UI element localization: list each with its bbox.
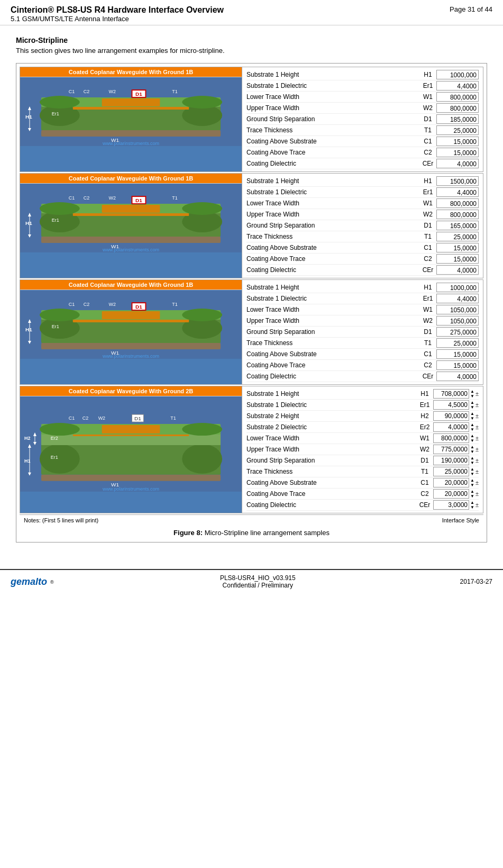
param-arrows[interactable]: ▲ ▼ [470, 467, 474, 476]
param-input[interactable] [433, 400, 469, 410]
param-row: Trace Thickness T1 25,0000 [246, 231, 479, 242]
arrow-down[interactable]: ▼ [470, 460, 474, 465]
param-input[interactable] [433, 489, 469, 499]
param-input[interactable] [433, 433, 469, 443]
arrow-up[interactable]: ▲ [470, 489, 474, 494]
svg-text:Er1: Er1 [52, 111, 59, 116]
diagram-area-1: Coated Coplanar Waveguide With Ground 1B [20, 174, 242, 278]
param-symbol: H2 [416, 412, 433, 420]
param-symbol: C2 [419, 149, 436, 156]
param-symbol: Er1 [419, 82, 436, 89]
param-symbol: D1 [419, 222, 436, 229]
param-row: Upper Trace Width W2 ▲ ▼ ± [246, 444, 479, 455]
param-input[interactable] [433, 456, 469, 465]
section-title: Micro-Stripline [16, 36, 487, 44]
param-row: Lower Trace Width W1 ▲ ▼ ± [246, 433, 479, 444]
param-value: 15,0000 [436, 148, 479, 157]
param-row: Substrate 1 Height H1 ▲ ▼ ± [246, 388, 479, 400]
param-arrows[interactable]: ▲ ▼ [470, 445, 474, 454]
param-arrows[interactable]: ▲ ▼ [470, 433, 474, 443]
param-row: Ground Strip Separation D1 ▲ ▼ ± [246, 455, 479, 466]
param-symbol: D1 [416, 457, 433, 464]
param-symbol: T1 [419, 339, 436, 347]
arrow-down[interactable]: ▼ [470, 427, 474, 432]
svg-text:®: ® [50, 580, 54, 584]
params-area-2: Substrate 1 Height H1 1000,000 Substrate… [242, 280, 483, 384]
param-symbol: Er1 [419, 188, 436, 196]
param-label: Lower Trace Width [246, 93, 419, 101]
footer-left: gemalto ® [11, 576, 56, 587]
pm-sign: ± [475, 491, 479, 497]
param-symbol: C1 [419, 138, 436, 145]
arrow-up[interactable]: ▲ [470, 433, 474, 438]
arrow-down[interactable]: ▼ [470, 405, 474, 410]
figure-caption: Figure 8: Micro-Stripline line arrangeme… [20, 529, 483, 537]
param-arrows[interactable]: ▲ ▼ [470, 422, 474, 432]
interface-label: Interface Style [442, 517, 479, 523]
pm-sign: ± [475, 424, 479, 430]
param-input[interactable] [433, 445, 469, 454]
svg-text:H1: H1 [25, 220, 32, 226]
param-arrows[interactable]: ▲ ▼ [470, 389, 474, 399]
svg-rect-9 [102, 98, 160, 106]
param-row: Lower Trace Width W1 1050,000 [246, 304, 479, 315]
arrow-up[interactable]: ▲ [470, 411, 474, 416]
arrow-down[interactable]: ▼ [470, 394, 474, 399]
param-symbol: W1 [419, 306, 436, 313]
arrow-up[interactable]: ▲ [470, 456, 474, 460]
arrow-up[interactable]: ▲ [470, 400, 474, 405]
param-arrows[interactable]: ▲ ▼ [470, 400, 474, 410]
pm-sign: ± [475, 391, 479, 397]
arrow-down[interactable]: ▼ [470, 416, 474, 421]
svg-text:H1: H1 [25, 114, 32, 120]
arrow-up[interactable]: ▲ [470, 478, 474, 483]
param-arrows[interactable]: ▲ ▼ [470, 411, 474, 421]
svg-rect-70 [41, 475, 221, 481]
param-label: Coating Above Trace [246, 490, 416, 498]
param-arrows[interactable]: ▲ ▼ [470, 478, 474, 487]
arrow-up[interactable]: ▲ [470, 422, 474, 427]
param-symbol: C2 [416, 490, 433, 498]
param-row: Coating Above Substrate C1 15,0000 [246, 242, 479, 254]
param-arrows[interactable]: ▲ ▼ [470, 500, 474, 510]
arrow-down[interactable]: ▼ [470, 472, 474, 476]
svg-point-54 [182, 309, 222, 321]
param-value-group: ▲ ▼ ± [433, 500, 479, 510]
svg-point-30 [40, 202, 80, 215]
arrow-up[interactable]: ▲ [470, 389, 474, 394]
param-input[interactable] [433, 467, 469, 476]
param-symbol: H1 [419, 177, 436, 185]
config-block-3: Coated Coplanar Waveguide With Ground 2B [20, 386, 483, 513]
svg-text:C2: C2 [84, 302, 89, 307]
param-value: 15,0000 [436, 360, 479, 370]
arrow-down[interactable]: ▼ [470, 505, 474, 510]
param-value: 4,4000 [436, 294, 479, 303]
param-row: Ground Strip Separation D1 185,0000 [246, 114, 479, 125]
param-arrows[interactable]: ▲ ▼ [470, 456, 474, 465]
arrow-down[interactable]: ▼ [470, 438, 474, 443]
param-value: 15,0000 [436, 243, 479, 252]
param-input[interactable] [433, 389, 469, 399]
arrow-down[interactable]: ▼ [470, 483, 474, 487]
arrow-down[interactable]: ▼ [470, 449, 474, 454]
param-label: Substrate 1 Height [246, 177, 419, 185]
param-arrows[interactable]: ▲ ▼ [470, 489, 474, 499]
svg-text:www.polarinstruments.com: www.polarinstruments.com [102, 486, 159, 492]
svg-text:C1: C1 [69, 302, 75, 307]
param-input[interactable] [433, 411, 469, 421]
param-row: Coating Above Trace C2 15,0000 [246, 147, 479, 158]
param-row: Coating Dielectric CEr 4,0000 [246, 158, 479, 169]
param-input[interactable] [433, 500, 469, 510]
arrow-up[interactable]: ▲ [470, 500, 474, 505]
svg-rect-32 [102, 205, 160, 213]
arrow-up[interactable]: ▲ [470, 445, 474, 449]
param-row: Coating Dielectric CEr ▲ ▼ ± [246, 500, 479, 511]
arrow-down[interactable]: ▼ [470, 494, 474, 499]
param-input[interactable] [433, 478, 469, 487]
svg-point-7 [40, 96, 80, 108]
pm-sign: ± [475, 402, 479, 408]
arrow-up[interactable]: ▲ [470, 467, 474, 472]
svg-text:Er1: Er1 [52, 218, 59, 223]
param-input[interactable] [433, 422, 469, 432]
param-row: Ground Strip Separation D1 275,0000 [246, 327, 479, 338]
